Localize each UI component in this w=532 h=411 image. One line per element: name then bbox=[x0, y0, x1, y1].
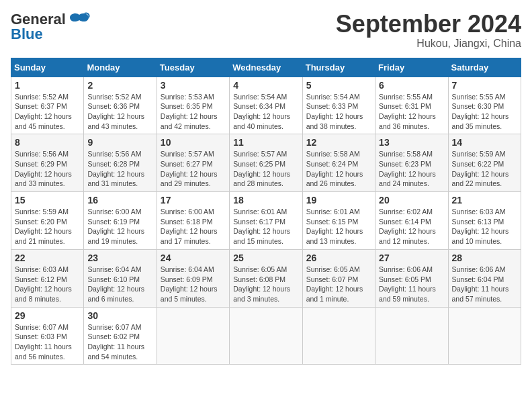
calendar-header-row: SundayMondayTuesdayWednesdayThursdayFrid… bbox=[11, 58, 521, 77]
sunset-time: Sunset: 6:15 PM bbox=[306, 218, 359, 226]
daylight-hours: Daylight: 12 hours and 5 minutes. bbox=[161, 285, 218, 303]
day-info: Sunrise: 6:01 AM Sunset: 6:17 PM Dayligh… bbox=[233, 207, 298, 246]
day-number: 5 bbox=[306, 80, 371, 91]
sunrise-time: Sunrise: 5:52 AM bbox=[87, 93, 141, 101]
sunset-time: Sunset: 6:08 PM bbox=[233, 275, 285, 283]
day-info: Sunrise: 6:04 AM Sunset: 6:10 PM Dayligh… bbox=[87, 265, 152, 304]
day-number: 1 bbox=[15, 80, 80, 91]
sunrise-time: Sunrise: 6:00 AM bbox=[161, 208, 214, 216]
sunrise-time: Sunrise: 6:02 AM bbox=[379, 208, 433, 216]
sunrise-time: Sunrise: 6:07 AM bbox=[15, 323, 69, 331]
day-info: Sunrise: 5:55 AM Sunset: 6:30 PM Dayligh… bbox=[452, 92, 517, 132]
sunrise-time: Sunrise: 6:06 AM bbox=[452, 265, 506, 273]
daylight-hours: Daylight: 11 hours and 54 minutes. bbox=[87, 342, 144, 361]
calendar-day-5: 5 Sunrise: 5:54 AM Sunset: 6:33 PM Dayli… bbox=[302, 77, 375, 134]
daylight-hours: Daylight: 12 hours and 29 minutes. bbox=[161, 170, 218, 188]
day-number: 9 bbox=[87, 137, 152, 148]
day-info: Sunrise: 5:54 AM Sunset: 6:33 PM Dayligh… bbox=[306, 92, 371, 132]
sunrise-time: Sunrise: 5:58 AM bbox=[379, 150, 433, 158]
daylight-hours: Daylight: 12 hours and 12 minutes. bbox=[379, 227, 436, 245]
sunset-time: Sunset: 6:17 PM bbox=[233, 218, 285, 226]
calendar-day-24: 24 Sunrise: 6:04 AM Sunset: 6:09 PM Dayl… bbox=[157, 249, 229, 307]
day-info: Sunrise: 6:03 AM Sunset: 6:12 PM Dayligh… bbox=[15, 265, 80, 304]
day-number: 13 bbox=[379, 137, 444, 148]
day-number: 24 bbox=[161, 253, 226, 263]
day-number: 8 bbox=[15, 137, 80, 148]
calendar-day-3: 3 Sunrise: 5:53 AM Sunset: 6:35 PM Dayli… bbox=[157, 77, 229, 134]
daylight-hours: Daylight: 12 hours and 22 minutes. bbox=[452, 170, 509, 188]
day-info: Sunrise: 6:05 AM Sunset: 6:08 PM Dayligh… bbox=[233, 265, 298, 304]
daylight-hours: Daylight: 12 hours and 24 minutes. bbox=[379, 170, 436, 188]
daylight-hours: Daylight: 11 hours and 57 minutes. bbox=[452, 285, 509, 303]
sunset-time: Sunset: 6:37 PM bbox=[15, 102, 67, 110]
sunrise-time: Sunrise: 5:55 AM bbox=[452, 93, 506, 101]
day-number: 15 bbox=[15, 195, 80, 205]
sunrise-time: Sunrise: 6:04 AM bbox=[161, 265, 214, 273]
day-info: Sunrise: 6:00 AM Sunset: 6:18 PM Dayligh… bbox=[161, 207, 226, 246]
day-number: 25 bbox=[233, 253, 298, 263]
logo-bird-icon bbox=[69, 12, 90, 27]
calendar-day-28: 28 Sunrise: 6:06 AM Sunset: 6:04 PM Dayl… bbox=[448, 249, 521, 307]
sunrise-time: Sunrise: 5:58 AM bbox=[306, 150, 360, 158]
calendar-day-4: 4 Sunrise: 5:54 AM Sunset: 6:34 PM Dayli… bbox=[230, 77, 302, 134]
daylight-hours: Daylight: 12 hours and 13 minutes. bbox=[306, 227, 363, 245]
day-number: 29 bbox=[15, 310, 80, 321]
sunrise-time: Sunrise: 6:06 AM bbox=[379, 265, 433, 273]
day-info: Sunrise: 6:03 AM Sunset: 6:13 PM Dayligh… bbox=[452, 207, 517, 246]
sunset-time: Sunset: 6:36 PM bbox=[87, 102, 140, 110]
day-info: Sunrise: 6:05 AM Sunset: 6:07 PM Dayligh… bbox=[306, 265, 371, 304]
sunset-time: Sunset: 6:34 PM bbox=[233, 102, 285, 110]
day-info: Sunrise: 6:04 AM Sunset: 6:09 PM Dayligh… bbox=[161, 265, 226, 304]
logo-text-blue: Blue bbox=[11, 26, 43, 43]
sunset-time: Sunset: 6:20 PM bbox=[15, 218, 67, 226]
calendar-day-25: 25 Sunrise: 6:05 AM Sunset: 6:08 PM Dayl… bbox=[230, 249, 302, 307]
sunset-time: Sunset: 6:27 PM bbox=[161, 160, 213, 168]
day-info: Sunrise: 5:55 AM Sunset: 6:31 PM Dayligh… bbox=[379, 92, 444, 132]
calendar-day-9: 9 Sunrise: 5:56 AM Sunset: 6:28 PM Dayli… bbox=[84, 134, 157, 192]
sunrise-time: Sunrise: 5:54 AM bbox=[233, 93, 287, 101]
sunrise-time: Sunrise: 6:05 AM bbox=[233, 265, 287, 273]
day-number: 30 bbox=[87, 310, 152, 321]
daylight-hours: Daylight: 12 hours and 28 minutes. bbox=[233, 170, 290, 188]
day-number: 2 bbox=[87, 80, 152, 91]
sunset-time: Sunset: 6:10 PM bbox=[87, 275, 140, 283]
sunrise-time: Sunrise: 6:00 AM bbox=[87, 208, 141, 216]
day-info: Sunrise: 6:07 AM Sunset: 6:02 PM Dayligh… bbox=[87, 322, 152, 362]
sunset-time: Sunset: 6:12 PM bbox=[15, 275, 67, 283]
sunset-time: Sunset: 6:23 PM bbox=[379, 160, 431, 168]
calendar-day-7: 7 Sunrise: 5:55 AM Sunset: 6:30 PM Dayli… bbox=[448, 77, 521, 134]
sunset-time: Sunset: 6:24 PM bbox=[306, 160, 359, 168]
daylight-hours: Daylight: 11 hours and 59 minutes. bbox=[379, 285, 436, 303]
calendar-day-2: 2 Sunrise: 5:52 AM Sunset: 6:36 PM Dayli… bbox=[84, 77, 157, 134]
sunset-time: Sunset: 6:05 PM bbox=[379, 275, 431, 283]
daylight-hours: Daylight: 12 hours and 35 minutes. bbox=[452, 112, 509, 130]
calendar-day-30: 30 Sunrise: 6:07 AM Sunset: 6:02 PM Dayl… bbox=[84, 307, 157, 365]
calendar-week-5: 29 Sunrise: 6:07 AM Sunset: 6:03 PM Dayl… bbox=[11, 307, 521, 365]
calendar-week-4: 22 Sunrise: 6:03 AM Sunset: 6:12 PM Dayl… bbox=[11, 249, 521, 307]
sunrise-time: Sunrise: 5:56 AM bbox=[15, 150, 69, 158]
sunrise-time: Sunrise: 5:59 AM bbox=[15, 208, 69, 216]
header-saturday: Saturday bbox=[448, 58, 521, 77]
header-tuesday: Tuesday bbox=[157, 58, 229, 77]
calendar-day-18: 18 Sunrise: 6:01 AM Sunset: 6:17 PM Dayl… bbox=[230, 192, 302, 250]
calendar-day-12: 12 Sunrise: 5:58 AM Sunset: 6:24 PM Dayl… bbox=[302, 134, 375, 192]
day-info: Sunrise: 6:06 AM Sunset: 6:05 PM Dayligh… bbox=[379, 265, 444, 304]
daylight-hours: Daylight: 12 hours and 26 minutes. bbox=[306, 170, 363, 188]
sunrise-time: Sunrise: 5:57 AM bbox=[161, 150, 214, 158]
calendar-day-8: 8 Sunrise: 5:56 AM Sunset: 6:29 PM Dayli… bbox=[11, 134, 84, 192]
daylight-hours: Daylight: 12 hours and 33 minutes. bbox=[15, 170, 72, 188]
day-info: Sunrise: 5:56 AM Sunset: 6:29 PM Dayligh… bbox=[15, 149, 80, 189]
calendar-day-29: 29 Sunrise: 6:07 AM Sunset: 6:03 PM Dayl… bbox=[11, 307, 84, 365]
calendar-day-26: 26 Sunrise: 6:05 AM Sunset: 6:07 PM Dayl… bbox=[302, 249, 375, 307]
sunrise-time: Sunrise: 6:01 AM bbox=[306, 208, 360, 216]
calendar-empty-cell bbox=[157, 307, 229, 365]
sunrise-time: Sunrise: 6:01 AM bbox=[233, 208, 287, 216]
sunrise-time: Sunrise: 6:03 AM bbox=[15, 265, 69, 273]
daylight-hours: Daylight: 12 hours and 10 minutes. bbox=[452, 227, 509, 245]
calendar-day-17: 17 Sunrise: 6:00 AM Sunset: 6:18 PM Dayl… bbox=[157, 192, 229, 250]
sunset-time: Sunset: 6:13 PM bbox=[452, 218, 504, 226]
day-number: 17 bbox=[161, 195, 226, 205]
daylight-hours: Daylight: 12 hours and 1 minute. bbox=[306, 285, 363, 303]
day-number: 28 bbox=[452, 253, 517, 263]
header-thursday: Thursday bbox=[302, 58, 375, 77]
